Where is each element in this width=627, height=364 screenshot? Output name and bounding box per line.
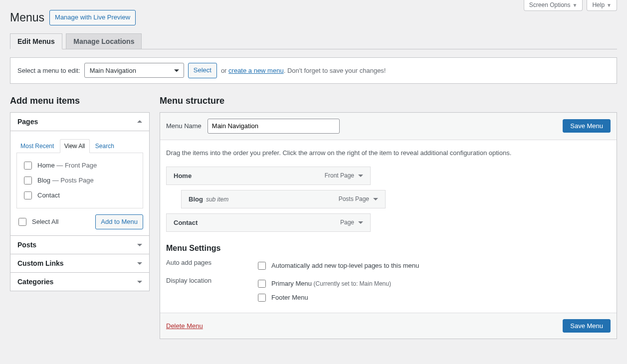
menu-edit-body: Drag the items into the order you prefer… xyxy=(160,140,617,313)
page-item-contact: Contact xyxy=(22,188,138,203)
create-menu-link[interactable]: create a new menu xyxy=(228,67,284,74)
pages-tab-search[interactable]: Search xyxy=(91,140,118,153)
postbox-pages-body: Most Recent View All Search Home — Front… xyxy=(10,131,149,236)
trailing-text: . Don't forget to save your changes! xyxy=(284,67,386,74)
pages-inner-tabs: Most Recent View All Search xyxy=(16,139,143,153)
location-primary-hint: (Currently set to: Main Menu) xyxy=(314,280,391,287)
auto-add-label: Auto add pages xyxy=(166,259,256,273)
menu-item-sub-label: sub item xyxy=(206,196,228,203)
manage-menus-bar: Select a menu to edit: Main Navigation S… xyxy=(10,57,617,84)
page-label: Contact xyxy=(37,191,60,199)
save-menu-button-bottom[interactable]: Save Menu xyxy=(563,319,611,333)
page-item-home: Home — Front Page xyxy=(22,158,138,173)
pages-checklist: Home — Front Page Blog — Posts Page Cont… xyxy=(16,153,143,208)
menu-edit-panel: Menu Name Save Menu Drag the items into … xyxy=(160,112,617,339)
settings-display-location: Display location Primary Menu (Currently… xyxy=(166,275,611,307)
screen-options-label: Screen Options xyxy=(529,1,571,8)
page-label: Home xyxy=(37,162,55,169)
postbox-pages: Pages Most Recent View All Search Home —… xyxy=(10,112,150,236)
caret-down-icon[interactable] xyxy=(358,221,363,224)
caret-down-icon: ▼ xyxy=(607,2,612,8)
add-menu-items-column: Add menu items Pages Most Recent View Al… xyxy=(10,96,150,292)
caret-up-icon xyxy=(137,120,142,123)
postbox-custom-links-header[interactable]: Custom Links xyxy=(10,254,149,272)
menu-name-label: Menu Name xyxy=(166,122,202,130)
postbox-custom-links: Custom Links xyxy=(10,254,150,273)
add-menu-items-heading: Add menu items xyxy=(10,96,150,106)
nav-tabs: Edit Menus Manage Locations xyxy=(10,33,617,49)
menu-edit-footer: Delete Menu Save Menu xyxy=(160,313,617,339)
caret-down-icon[interactable] xyxy=(373,198,378,200)
caret-down-icon: ▼ xyxy=(573,2,578,8)
page-checkbox-blog[interactable] xyxy=(24,177,32,184)
caret-down-icon[interactable] xyxy=(358,175,363,177)
drag-instructions: Drag the items into the order you prefer… xyxy=(166,149,611,157)
page-checkbox-home[interactable] xyxy=(24,162,32,170)
auto-add-checkbox[interactable] xyxy=(258,262,266,270)
menu-item-blog[interactable]: Blog sub item Posts Page xyxy=(181,190,386,208)
add-to-menu-button[interactable]: Add to Menu xyxy=(95,214,143,230)
page-title: Menus xyxy=(10,11,44,24)
select-all-row: Select All xyxy=(16,214,58,229)
caret-down-icon xyxy=(137,244,142,246)
postbox-posts-header[interactable]: Posts xyxy=(10,236,149,254)
menu-item-title: Blog xyxy=(189,195,203,203)
pages-list-controls: Select All Add to Menu xyxy=(16,214,143,230)
menu-settings-heading: Menu Settings xyxy=(166,244,611,253)
postbox-custom-links-title: Custom Links xyxy=(17,259,64,267)
tab-manage-locations[interactable]: Manage Locations xyxy=(66,33,142,49)
save-menu-button-top[interactable]: Save Menu xyxy=(563,119,611,133)
menu-select[interactable]: Main Navigation xyxy=(84,63,184,78)
or-text: or xyxy=(221,67,227,74)
location-footer-checkbox[interactable] xyxy=(258,294,266,302)
page-suffix: — Posts Page xyxy=(50,177,94,184)
postbox-categories: Categories xyxy=(10,273,150,291)
settings-auto-add: Auto add pages Automatically add new top… xyxy=(166,257,611,275)
menu-structure-heading: Menu structure xyxy=(160,96,617,106)
location-primary-label: Primary Menu xyxy=(271,280,312,287)
pages-tab-recent[interactable]: Most Recent xyxy=(16,140,58,153)
delete-menu-link[interactable]: Delete Menu xyxy=(166,322,203,330)
caret-down-icon xyxy=(137,262,142,265)
pages-tab-view-all[interactable]: View All xyxy=(60,139,90,153)
select-button[interactable]: Select xyxy=(188,63,217,78)
caret-down-icon xyxy=(137,281,142,283)
select-all-checkbox[interactable] xyxy=(18,218,26,226)
live-preview-button[interactable]: Manage with Live Preview xyxy=(49,10,136,25)
menu-item-type: Front Page xyxy=(325,172,354,179)
page-label: Blog xyxy=(37,177,50,184)
location-footer-label: Footer Menu xyxy=(271,294,308,301)
auto-add-option-label: Automatically add new top-level pages to… xyxy=(271,262,419,269)
menu-item-type: Page xyxy=(340,219,354,226)
location-primary-checkbox[interactable] xyxy=(258,280,266,288)
postbox-posts: Posts xyxy=(10,236,150,254)
menu-item-contact[interactable]: Contact Page xyxy=(166,213,371,232)
postbox-posts-title: Posts xyxy=(17,241,36,249)
tab-edit-menus[interactable]: Edit Menus xyxy=(10,33,62,49)
menu-management-columns: Add menu items Pages Most Recent View Al… xyxy=(10,96,617,339)
help-tab[interactable]: Help ▼ xyxy=(587,0,617,11)
postbox-categories-header[interactable]: Categories xyxy=(10,273,149,291)
select-all-label: Select All xyxy=(32,218,58,225)
page-checkbox-contact[interactable] xyxy=(24,191,32,199)
contextual-tabs: Screen Options ▼ Help ▼ xyxy=(524,0,617,11)
display-location-label: Display location xyxy=(166,277,256,305)
screen-options-tab[interactable]: Screen Options ▼ xyxy=(524,0,583,11)
menu-name-input[interactable] xyxy=(208,119,340,134)
menu-structure-column: Menu structure Menu Name Save Menu Drag … xyxy=(160,96,617,339)
menu-item-title: Contact xyxy=(174,219,198,226)
page-suffix: — Front Page xyxy=(55,162,97,169)
postbox-pages-header[interactable]: Pages xyxy=(10,113,149,131)
menu-edit-header: Menu Name Save Menu xyxy=(160,113,617,140)
postbox-pages-title: Pages xyxy=(17,118,38,126)
menu-name-row: Menu Name xyxy=(166,119,340,134)
menu-item-home[interactable]: Home Front Page xyxy=(166,167,371,185)
page-item-blog: Blog — Posts Page xyxy=(22,173,138,188)
help-label: Help xyxy=(592,1,605,8)
menu-item-type: Posts Page xyxy=(339,195,369,202)
select-menu-label: Select a menu to edit: xyxy=(17,67,80,74)
postbox-categories-title: Categories xyxy=(17,278,53,286)
menu-item-title: Home xyxy=(174,172,192,180)
